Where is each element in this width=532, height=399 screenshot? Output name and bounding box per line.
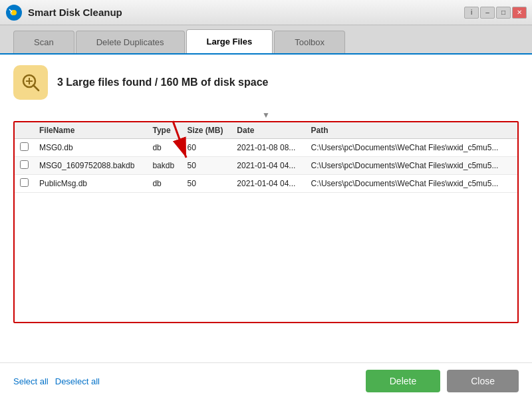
col-checkbox bbox=[15, 122, 34, 139]
select-links: Select all Deselect all bbox=[13, 376, 366, 386]
filename-cell: MSG0_1609752088.bakdb bbox=[34, 157, 147, 175]
col-path: Path bbox=[306, 122, 517, 139]
date-cell: 2021-01-04 04... bbox=[231, 175, 305, 193]
footer-buttons: Delete Close bbox=[366, 370, 519, 392]
row-checkbox[interactable] bbox=[20, 142, 29, 151]
path-cell: C:\Users\pc\Documents\WeChat Files\wxid_… bbox=[306, 157, 517, 175]
content-area: 3 Large files found / 160 MB of disk spa… bbox=[0, 55, 532, 362]
svg-line-3 bbox=[33, 85, 39, 90]
minimize-button[interactable]: – bbox=[480, 7, 495, 19]
titlebar: Smart Disk Cleanup i – □ ✕ bbox=[0, 0, 532, 25]
filename-cell: PublicMsg.db bbox=[34, 175, 147, 193]
annotation-wrapper: FileName Type Size (MB) Date Path MSG0.d… bbox=[13, 121, 519, 323]
path-cell: C:\Users\pc\Documents\WeChat Files\wxid_… bbox=[306, 175, 517, 193]
filename-cell: MSG0.db bbox=[34, 139, 147, 157]
size-cell: 50 bbox=[182, 175, 231, 193]
row-checkbox[interactable] bbox=[20, 160, 29, 169]
app-title: Smart Disk Cleanup bbox=[28, 7, 464, 18]
app-logo-icon bbox=[5, 4, 23, 21]
table-wrapper[interactable]: FileName Type Size (MB) Date Path MSG0.d… bbox=[15, 122, 517, 322]
type-cell: db bbox=[147, 139, 182, 157]
type-cell: db bbox=[147, 175, 182, 193]
delete-button[interactable]: Delete bbox=[366, 370, 440, 392]
tab-scan[interactable]: Scan bbox=[13, 31, 74, 53]
tab-delete-duplicates[interactable]: Delete Duplicates bbox=[76, 31, 185, 53]
scan-icon bbox=[13, 65, 48, 100]
titlebar-controls: i – □ ✕ bbox=[464, 7, 527, 19]
table-row: MSG0.dbdb602021-01-08 08...C:\Users\pc\D… bbox=[15, 139, 517, 157]
svg-point-1 bbox=[11, 10, 17, 15]
deselect-all-link[interactable]: Deselect all bbox=[55, 376, 100, 386]
date-cell: 2021-01-04 04... bbox=[231, 157, 305, 175]
sort-indicator: ▼ bbox=[13, 110, 519, 120]
maximize-button[interactable]: □ bbox=[496, 7, 511, 19]
row-checkbox-cell bbox=[15, 139, 34, 157]
app-window: Smart Disk Cleanup i – □ ✕ Scan Delete D… bbox=[0, 0, 532, 399]
files-table-container: FileName Type Size (MB) Date Path MSG0.d… bbox=[13, 121, 519, 323]
row-checkbox[interactable] bbox=[20, 178, 29, 187]
col-type: Type bbox=[147, 122, 182, 139]
info-button[interactable]: i bbox=[464, 7, 479, 19]
close-window-button[interactable]: ✕ bbox=[512, 7, 527, 19]
tabbar: Scan Delete Duplicates Large Files Toolb… bbox=[0, 25, 532, 55]
select-all-link[interactable]: Select all bbox=[13, 376, 49, 386]
content-header: 3 Large files found / 160 MB of disk spa… bbox=[13, 65, 519, 100]
date-cell: 2021-01-08 08... bbox=[231, 139, 305, 157]
footer: Select all Deselect all Delete Close bbox=[0, 362, 532, 399]
row-checkbox-cell bbox=[15, 157, 34, 175]
table-header-row: FileName Type Size (MB) Date Path bbox=[15, 122, 517, 139]
tab-large-files[interactable]: Large Files bbox=[186, 29, 273, 53]
size-cell: 50 bbox=[182, 157, 231, 175]
close-button[interactable]: Close bbox=[447, 370, 519, 392]
col-date: Date bbox=[231, 122, 305, 139]
col-size: Size (MB) bbox=[182, 122, 231, 139]
table-row: MSG0_1609752088.bakdbbakdb502021-01-04 0… bbox=[15, 157, 517, 175]
path-cell: C:\Users\pc\Documents\WeChat Files\wxid_… bbox=[306, 139, 517, 157]
table-row: PublicMsg.dbdb502021-01-04 04...C:\Users… bbox=[15, 175, 517, 193]
summary-text: 3 Large files found / 160 MB of disk spa… bbox=[57, 76, 268, 88]
files-table: FileName Type Size (MB) Date Path MSG0.d… bbox=[15, 122, 517, 193]
row-checkbox-cell bbox=[15, 175, 34, 193]
size-cell: 60 bbox=[182, 139, 231, 157]
col-filename: FileName bbox=[34, 122, 147, 139]
tab-toolbox[interactable]: Toolbox bbox=[274, 31, 345, 53]
type-cell: bakdb bbox=[147, 157, 182, 175]
